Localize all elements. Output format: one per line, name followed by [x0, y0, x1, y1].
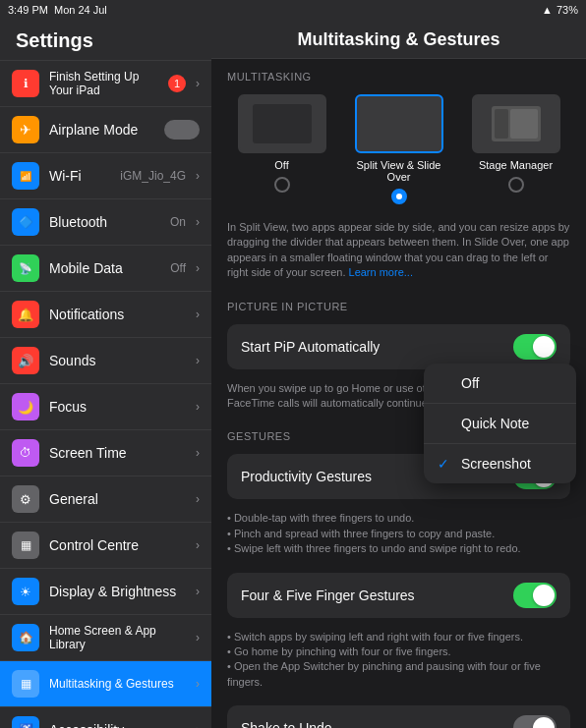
airplane-icon: ✈: [12, 116, 39, 143]
sidebar-item-focus[interactable]: 🌙 Focus ›: [0, 384, 211, 430]
sidebar-item-sounds[interactable]: 🔊 Sounds ›: [0, 338, 211, 384]
chevron-icon: ›: [196, 77, 200, 90]
mt-radio-split[interactable]: [391, 189, 407, 204]
wifi-value: iGM_Jio_4G: [120, 169, 186, 183]
sidebar-item-control-centre[interactable]: ▦ Control Centre ›: [0, 523, 211, 569]
sidebar-item-general[interactable]: ⚙ General ›: [0, 476, 211, 523]
sounds-label: Sounds: [49, 353, 186, 368]
dropdown-menu: Off Quick Note ✓ Screenshot: [424, 364, 576, 483]
right-panel-title: Multitasking & Gestures: [211, 20, 586, 59]
accessibility-label: Accessibility: [49, 722, 186, 728]
mt-card-split-view[interactable]: Split View & Slide Over: [355, 94, 443, 204]
accessibility-chevron: ›: [196, 723, 200, 728]
mt-card-off-img: [238, 94, 326, 153]
home-screen-icon: 🏠: [12, 624, 39, 651]
mt-radio-off[interactable]: [274, 177, 290, 193]
screenshot-check: ✓: [438, 456, 453, 472]
shake-undo-toggle[interactable]: [513, 715, 557, 728]
four-five-group: Four & Five Finger Gestures: [227, 573, 570, 618]
bluetooth-chevron: ›: [196, 215, 200, 229]
focus-chevron: ›: [196, 400, 200, 414]
wifi-icon: 📶: [12, 162, 39, 190]
status-date: Mon 24 Jul: [54, 4, 107, 16]
learn-more-link[interactable]: Learn more...: [349, 266, 413, 278]
sounds-icon: 🔊: [12, 347, 39, 374]
mt-radio-stage[interactable]: [508, 177, 524, 193]
dropdown-item-off[interactable]: Off: [424, 364, 576, 404]
pip-toggle[interactable]: [513, 334, 557, 360]
pip-label: Start PiP Automatically: [241, 339, 505, 355]
sounds-chevron: ›: [196, 354, 200, 367]
mt-card-split-label: Split View & Slide Over: [355, 159, 443, 183]
shake-undo-label: Shake to Undo: [241, 720, 505, 728]
screen-time-icon: ⏱: [12, 439, 39, 467]
sidebar-item-accessibility[interactable]: ♿ Accessibility ›: [0, 707, 211, 728]
display-label: Display & Brightness: [49, 584, 186, 599]
accessibility-icon: ♿: [12, 716, 39, 728]
sidebar-item-notifications[interactable]: 🔔 Notifications ›: [0, 292, 211, 338]
sidebar-item-screen-time[interactable]: ⏱ Screen Time ›: [0, 430, 211, 476]
display-chevron: ›: [196, 585, 200, 598]
split-view-description: In Split View, two apps appear side by s…: [211, 216, 586, 289]
dropdown-item-screenshot[interactable]: ✓ Screenshot: [424, 444, 576, 483]
mobile-data-chevron: ›: [196, 261, 200, 275]
finish-setup-label: Finish Setting Up Your iPad: [49, 70, 158, 97]
pip-row[interactable]: Start PiP Automatically: [227, 324, 570, 369]
mt-card-stage-manager[interactable]: Stage Manager: [472, 94, 560, 204]
wifi-chevron: ›: [196, 169, 200, 183]
four-five-description: • Switch apps by swiping left and right …: [211, 626, 586, 699]
notifications-label: Notifications: [49, 307, 186, 322]
screen-time-chevron: ›: [196, 446, 200, 460]
wifi-icon: ▲: [542, 4, 553, 16]
control-centre-chevron: ›: [196, 538, 200, 552]
airplane-label: Airplane Mode: [49, 122, 154, 138]
sidebar-item-bluetooth[interactable]: 🔷 Bluetooth On ›: [0, 199, 211, 246]
app-container: Settings ℹ Finish Setting Up Your iPad 1…: [0, 20, 586, 728]
sidebar-item-wifi[interactable]: 📶 Wi-Fi iGM_Jio_4G ›: [0, 153, 211, 199]
mobile-data-label: Mobile Data: [49, 260, 160, 276]
mt-card-stage-img: [472, 94, 560, 153]
shake-undo-group: Shake to Undo: [227, 705, 570, 728]
multitasking-icon: ▦: [12, 670, 39, 698]
mobile-data-icon: 📡: [12, 254, 39, 282]
sidebar-item-finish-setup[interactable]: ℹ Finish Setting Up Your iPad 1 ›: [0, 61, 211, 107]
focus-label: Focus: [49, 399, 186, 415]
bluetooth-value: On: [170, 215, 186, 229]
sidebar-item-airplane-mode[interactable]: ✈ Airplane Mode: [0, 107, 211, 153]
focus-icon: 🌙: [12, 393, 39, 420]
mt-card-stage-label: Stage Manager: [479, 159, 553, 171]
status-bar: 3:49 PM Mon 24 Jul ▲ 73%: [0, 0, 586, 20]
general-label: General: [49, 491, 186, 507]
right-panel: Multitasking & Gestures MULTITASKING Off…: [211, 20, 586, 728]
status-left: 3:49 PM Mon 24 Jul: [8, 4, 107, 16]
dropdown-item-quick-note[interactable]: Quick Note: [424, 404, 576, 444]
multitasking-cards: Off Split View & Slide Over: [211, 86, 586, 216]
finish-setup-badge: 1: [168, 75, 186, 92]
general-chevron: ›: [196, 492, 200, 506]
display-icon: ☀: [12, 578, 39, 605]
four-five-toggle[interactable]: [513, 583, 557, 608]
general-icon: ⚙: [12, 485, 39, 513]
sidebar-item-mobile-data[interactable]: 📡 Mobile Data Off ›: [0, 246, 211, 292]
four-five-row[interactable]: Four & Five Finger Gestures: [227, 573, 570, 618]
dropdown-screenshot-label: Screenshot: [461, 456, 531, 472]
sidebar-item-home-screen[interactable]: 🏠 Home Screen & App Library ›: [0, 615, 211, 661]
home-screen-label: Home Screen & App Library: [49, 624, 186, 651]
sidebar-item-multitasking[interactable]: ▦ Multitasking & Gestures ›: [0, 661, 211, 707]
mt-card-off[interactable]: Off: [238, 94, 326, 204]
notifications-chevron: ›: [196, 308, 200, 321]
mt-card-split-img: [355, 94, 443, 153]
status-right: ▲ 73%: [542, 4, 578, 16]
sidebar-item-display[interactable]: ☀ Display & Brightness ›: [0, 569, 211, 615]
dropdown-quick-note-label: Quick Note: [461, 416, 529, 431]
notifications-icon: 🔔: [12, 301, 39, 328]
mobile-data-value: Off: [170, 261, 186, 275]
control-centre-icon: ▦: [12, 532, 39, 559]
battery-level: 73%: [557, 4, 578, 16]
sidebar-title: Settings: [0, 20, 211, 61]
wifi-label: Wi-Fi: [49, 168, 110, 184]
bluetooth-label: Bluetooth: [49, 214, 160, 230]
pip-section-label: PICTURE IN PICTURE: [211, 289, 586, 316]
airplane-toggle[interactable]: [164, 120, 200, 140]
shake-undo-row[interactable]: Shake to Undo: [227, 705, 570, 728]
